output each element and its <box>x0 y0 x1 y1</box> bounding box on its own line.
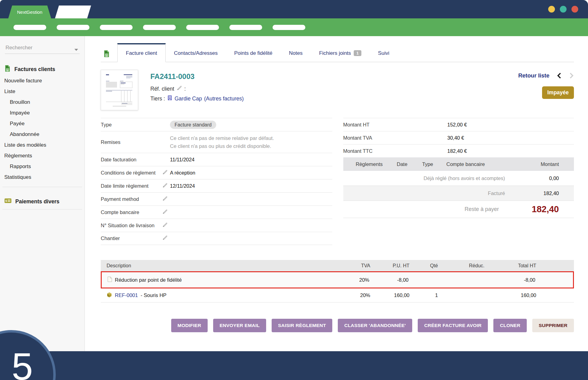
app-tab-inactive[interactable] <box>55 6 91 18</box>
edit-pencil-icon[interactable] <box>162 209 168 216</box>
invoice-details-table: Type Facture standard Remises Ce client … <box>101 118 332 245</box>
tiers-row: Tiers : Gardie Cap (Autres factures) <box>150 95 244 102</box>
invoice-lines-table: Description TVA P.U. HT Qté Réduc. Total… <box>101 260 574 303</box>
sidebar-item-reglements[interactable]: Règlements <box>0 150 85 161</box>
back-to-list-link[interactable]: Retour liste <box>518 72 549 79</box>
detail-row-remises: Remises Ce client n'a pas de remise rela… <box>101 131 332 153</box>
attachment-count-badge: 1 <box>354 50 362 56</box>
payments-table-header: Règlements Date Type Compte bancaire Mon… <box>343 157 574 171</box>
edit-pencil-icon[interactable] <box>162 169 168 176</box>
next-record-icon[interactable] <box>569 72 574 79</box>
sidebar-item-liste[interactable]: Liste <box>0 86 85 97</box>
nav-menu-item[interactable] <box>143 25 176 30</box>
tab-points-de-fidelite[interactable]: Points de fidélité <box>226 44 281 62</box>
tab-notes[interactable]: Notes <box>281 44 311 62</box>
sidebar-item-abandonnee[interactable]: Abandonnée <box>0 129 85 140</box>
ref-client-label: Réf. client <box>150 86 174 92</box>
sidebar: $ Factures clients Nouvelle facture List… <box>0 36 85 351</box>
remise-note-2: Ce client n'a pas ou plus de crédit disp… <box>170 142 274 150</box>
sidebar-section-factures-clients[interactable]: $ Factures clients <box>4 65 85 73</box>
sidebar-item-liste-des-modeles[interactable]: Liste des modèles <box>0 140 85 150</box>
ref-client-colon: : <box>184 86 186 92</box>
creer-facture-avoir-button[interactable]: CRÉER FACTURE AVOIR <box>418 319 488 332</box>
nav-menu-item[interactable] <box>100 25 133 30</box>
window-close-button[interactable] <box>571 6 578 13</box>
cloner-button[interactable]: CLONER <box>493 319 527 332</box>
sidebar-item-payee[interactable]: Payée <box>0 118 85 129</box>
nav-menu-item[interactable] <box>229 25 262 30</box>
edit-pencil-icon[interactable] <box>162 196 168 203</box>
detail-row-chantier: Chantier <box>101 232 332 245</box>
svg-text:$: $ <box>106 54 107 57</box>
svg-text:$: $ <box>7 69 8 71</box>
line-row-reduction-fidelite: Réduction par point de fidélité 20% -8,0… <box>101 271 574 288</box>
product-ref-link[interactable]: REF-0001 <box>115 292 138 298</box>
app-tab-active[interactable]: NextGestion <box>8 6 51 18</box>
envoyer-email-button[interactable]: ENVOYER EMAIL <box>213 319 266 332</box>
svg-text:$: $ <box>6 199 7 202</box>
window-controls <box>548 6 578 13</box>
classer-abandonnee-button[interactable]: CLASSER 'ABANDONNÉE' <box>338 319 412 332</box>
window-minimize-button[interactable] <box>548 6 555 13</box>
date-facturation-value: 11/11/2024 <box>170 157 194 163</box>
main-content: $ Facture client Contacts/Adresses Point… <box>85 36 588 351</box>
saisir-reglement-button[interactable]: SAISIR RÈGLEMENT <box>272 319 333 332</box>
invoice-thumbnail[interactable] <box>101 70 138 110</box>
total-row-ht: Montant HT 152,00 € <box>343 118 574 131</box>
invoice-number: FA2411-0003 <box>150 72 244 81</box>
nav-menu-item[interactable] <box>13 25 46 30</box>
nav-menu-item[interactable] <box>273 25 305 30</box>
line-description: Réduction par point de fidélité <box>115 277 182 283</box>
sidebar-section-paiements-divers[interactable]: $ Paiements divers <box>4 198 85 205</box>
sidebar-item-nouvelle-facture[interactable]: Nouvelle facture <box>0 75 85 86</box>
company-icon <box>167 95 172 102</box>
sidebar-item-rapports[interactable]: Rapports <box>0 161 85 172</box>
summary-row-facture: Facturé 182,40 <box>343 186 574 201</box>
product-icon <box>107 292 112 299</box>
divider <box>2 187 82 187</box>
step-number: 5 <box>12 347 33 380</box>
sidebar-item-brouillon[interactable]: Brouillon <box>0 97 85 107</box>
sidebar-item-impayee[interactable]: Impayée <box>0 107 85 118</box>
sidebar-menu: Nouvelle facture Liste Brouillon Impayée… <box>0 75 85 182</box>
tiers-name-link[interactable]: Gardie Cap <box>175 96 202 102</box>
summary-row-deja-regle: Déjà réglé (hors avoirs et acomptes) 0,0… <box>343 171 574 186</box>
montant-tva-value: 30,40 € <box>447 135 464 141</box>
edit-pencil-icon[interactable] <box>162 235 168 242</box>
window-maximize-button[interactable] <box>560 6 567 13</box>
payment-icon: $ <box>4 198 12 205</box>
window-titlebar: NextGestion <box>0 0 588 18</box>
main-menubar <box>0 18 588 36</box>
total-row-tva: Montant TVA 30,40 € <box>343 131 574 144</box>
edit-pencil-icon[interactable] <box>162 182 168 190</box>
sidebar-section-title: Paiements divers <box>15 198 59 205</box>
tab-contacts-adresses[interactable]: Contacts/Adresses <box>166 44 226 62</box>
nav-menu-item[interactable] <box>186 25 219 30</box>
search-box <box>5 44 80 54</box>
invoice-header: FA2411-0003 Réf. client : Tiers : <box>101 70 574 110</box>
conditions-reglement-value: A réception <box>170 170 195 176</box>
search-input[interactable] <box>5 44 80 51</box>
supprimer-button[interactable]: SUPPRIMER <box>532 319 574 332</box>
status-badge: Impayée <box>542 86 574 99</box>
dropdown-caret-icon[interactable] <box>74 47 78 52</box>
date-limite-value: 12/11/2024 <box>170 183 195 189</box>
previous-record-icon[interactable] <box>557 72 562 79</box>
sidebar-item-statistiques[interactable]: Statistiques <box>0 172 85 182</box>
modifier-button[interactable]: MODIFIER <box>171 319 208 332</box>
detail-row-payment-method: Payment method <box>101 192 332 205</box>
nav-menu-item[interactable] <box>57 25 89 30</box>
tiers-label: Tiers : <box>150 96 165 102</box>
tab-suivi[interactable]: Suivi <box>370 44 398 62</box>
ref-client-row: Réf. client : <box>150 85 244 92</box>
sidebar-section-title: Factures clients <box>14 66 55 73</box>
tab-bar: $ Facture client Contacts/Adresses Point… <box>101 43 574 62</box>
edit-pencil-icon[interactable] <box>162 222 168 229</box>
tab-facture-client[interactable]: Facture client <box>117 43 166 62</box>
totals-panel: Montant HT 152,00 € Montant TVA 30,40 € … <box>343 118 574 245</box>
tab-fichiers-joints[interactable]: Fichiers joints 1 <box>311 44 370 62</box>
tiers-other-invoices-link[interactable]: (Autres factures) <box>204 96 243 102</box>
document-icon <box>107 277 112 283</box>
edit-ref-client-icon[interactable] <box>176 85 182 92</box>
detail-row-type: Type Facture standard <box>101 118 332 131</box>
